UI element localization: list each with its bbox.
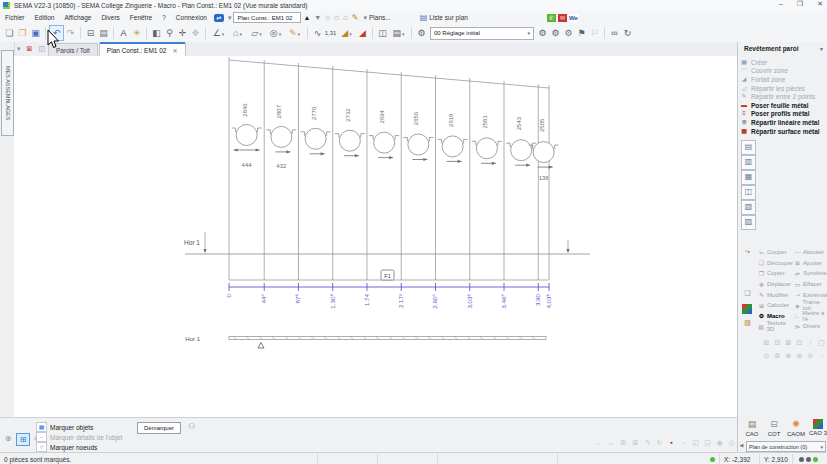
cad-button-cao[interactable]: ▤CAO [741,419,763,437]
panel-list-icon[interactable]: ▦ [741,170,756,185]
panel-item-cover-zone[interactable]: ◠Couvrir zone [740,67,826,76]
marking-mode-2-icon[interactable]: ⊞ [16,433,30,446]
mail-icon[interactable]: ✉ [558,14,567,22]
panel-item-metal-surface[interactable]: ▦Répartir surface métal [740,127,826,136]
menu-fentre[interactable]: Fenêtre [125,14,157,21]
panel-item-metal-profile[interactable]: ≡Poser profils métal [740,110,826,119]
roof-view-icon[interactable]: ▥ [741,155,756,170]
new-document-icon[interactable]: ❏ [3,26,16,40]
redo-icon[interactable]: ↷ [64,26,77,40]
panel-back-icon[interactable]: ◀ [738,441,745,450]
close-view-icon[interactable]: ⊠ [24,45,36,53]
panel-item-distribute-pieces[interactable]: ◿Répartir les pièces [740,84,826,93]
zoom-tool-icon-1[interactable]: ← [595,438,604,447]
command-misc[interactable]: ≫Divers [794,321,827,332]
edit-tool-icon-2[interactable]: ⊟ [773,338,782,347]
flag-note-icon[interactable]: ⚑ [575,26,588,40]
ramp-delete-icon[interactable]: ◢ [356,26,369,40]
menu-edition[interactable]: Edition [30,14,60,21]
settings-icon[interactable]: ⚙ [562,26,575,40]
edit-tool-icon-7[interactable]: ⊙ [762,351,771,360]
undo-icon[interactable]: ↶ [49,25,64,41]
house-roof-icon[interactable]: ⌂ [341,13,350,22]
menu-divers[interactable]: Divers [96,14,124,21]
command-texture-3d[interactable]: ▧Texture 3D [758,321,793,332]
print-icon[interactable]: ⊟ [84,26,97,40]
gears-icon[interactable]: ⚙ [415,26,428,40]
3d-cube-icon[interactable] [742,304,752,314]
zoom-tool-icon-12[interactable]: ◎ [727,438,736,447]
cad-button-caom[interactable]: ✺CAOM [785,419,807,437]
edit-tool-icon-8[interactable]: ⊚ [773,351,782,360]
layer-view-icon[interactable]: ▧ [741,200,756,215]
grid-marker-icon[interactable]: ▫● [742,246,753,256]
maximize-button[interactable]: ❐ [797,0,803,8]
edit-tool-icon-5[interactable]: ∕ [806,338,815,347]
tab-list-dropdown-icon[interactable]: ▾ [14,45,24,53]
minimize-button[interactable]: – [779,0,783,8]
panel-header-revetement-paroi[interactable]: Revêtement paroi ▼ [744,45,824,52]
find-text-icon[interactable]: A [117,26,130,40]
zoom-window-icon[interactable]: ◧ [150,26,163,40]
edit-tool-icon-11[interactable]: ⊝ [806,351,815,360]
panel-item-flat-zone[interactable]: ◢Forfait zone [740,75,826,84]
zoom-tool-icon-8[interactable]: ▫ [679,438,688,447]
move-all-icon[interactable]: ✥ [189,26,202,40]
save-icon[interactable]: ▣ [29,26,42,40]
edit-tool-icon-6[interactable]: ▢ [817,338,826,347]
command-cut[interactable]: ✂Couper [758,247,793,258]
brightness-icon[interactable]: ☀ [130,26,143,40]
close-button[interactable]: ✕ [817,0,823,8]
zoom-icon[interactable]: ⚲ [163,26,176,40]
texture-sheet-icon[interactable]: ▨ [742,318,753,328]
plan-const-combo[interactable]: Plan Const.: EM1 02 [233,12,301,23]
panel-item-distribute-2points[interactable]: ✎Répartir entre 2 points [740,92,826,101]
command-cutout[interactable]: ❏Découper [758,258,793,269]
zoom-tool-icon-7[interactable]: ▪ [667,438,676,447]
zoom-tool-icon-2[interactable]: ↔ [607,438,616,447]
profile-view-icon[interactable]: ◫ [741,185,756,200]
sheet-settings-icon[interactable]: ❑ [742,288,753,298]
person-search-icon[interactable]: ⚇ [188,422,195,431]
gear-add-icon[interactable]: ⚙ [536,26,549,40]
edit-tool-icon-10[interactable]: ⊜ [795,351,804,360]
binoculars-icon[interactable]: ∞ [608,26,621,40]
plans-button[interactable]: ▾ Plans... [361,14,394,22]
command-calculate[interactable]: ⊞Calculer [758,300,793,311]
gear-transfer-icon[interactable]: ⚙ [549,26,562,40]
ramp-icon[interactable]: ◢ [337,26,356,40]
liste-sur-plan-button[interactable]: Liste sur plan [429,14,468,21]
plan-construction-combo[interactable]: Plan de construction (0) [746,441,826,452]
command-copy[interactable]: ❐Copier [758,268,793,279]
edit-tool-icon-9[interactable]: ⊛ [784,351,793,360]
plan-down-icon[interactable]: ▼ [312,14,323,21]
rotate-view-icon[interactable]: ↻ [621,26,634,40]
command-erase[interactable]: ▭Effacer [794,279,827,290]
panel-item-metal-linear[interactable]: ≣Répartir linéaire métal [740,118,826,127]
command-join[interactable]: —Abouter [794,247,827,258]
measure-icon[interactable]: 1,31 [324,26,337,40]
sidebar-tab-mes-assemblages[interactable]: MES ASSEMBLAGES [1,50,14,136]
edit-tool-icon-4[interactable]: ⊡ [795,338,804,347]
plan-up-icon[interactable]: ▲ [301,14,312,21]
cad-button-cao3[interactable]: CAO 3 [807,419,827,436]
reglage-combo[interactable]: 00 Réglage initial [430,27,534,40]
edit-tool-icon-12[interactable]: ◌ [817,351,826,360]
panel-item-create[interactable]: ▦Créer [740,58,826,67]
menu-dropdown-icon[interactable]: ▾ [226,14,234,22]
command-add[interactable]: ⊞Ajouter [794,258,827,269]
drawing-canvas[interactable]: Hor 128464442807432277027322694265626182… [14,56,737,417]
marquer-option-3[interactable]: ○Marquer noeuds [36,442,196,452]
menu-fichier[interactable]: Fichier [0,14,30,21]
tab-plan-const-em102[interactable]: Plan Const.: EM1 02 ✕ [99,42,186,56]
zoom-tool-icon-5[interactable]: ↰ [643,438,652,447]
edit-tool-icon-1[interactable]: ⊞ [762,338,771,347]
zoom-tool-icon-9[interactable]: ◱ [691,438,700,447]
zoom-tool-icon-3[interactable]: ⊞ [619,438,628,447]
house-storey-icon[interactable]: ⌂ [332,13,341,22]
wall-view-icon[interactable]: ▤ [741,140,756,155]
house-ground-icon[interactable]: ⌂ [323,13,332,22]
home-view-icon[interactable]: ⌂ [228,26,247,40]
command-edit[interactable]: ✎Modifier [758,289,793,300]
pen-icon[interactable]: ✎ [285,26,304,40]
